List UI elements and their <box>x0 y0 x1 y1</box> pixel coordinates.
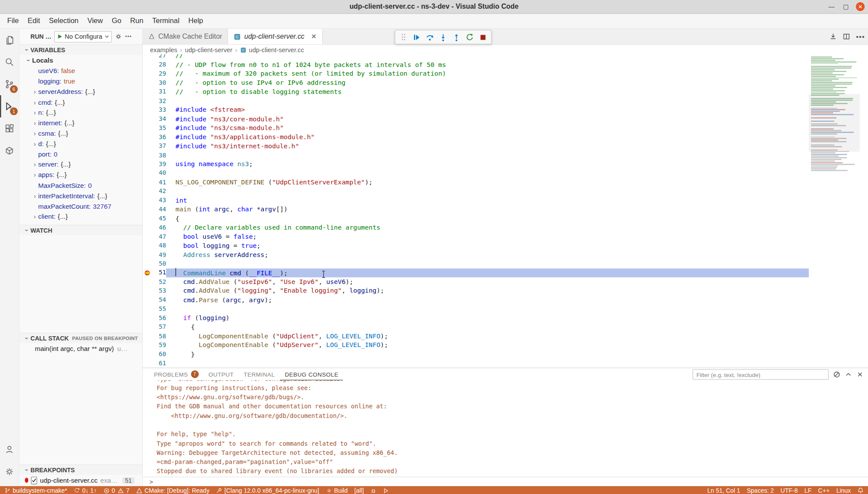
indentation-item[interactable]: Spaces: 2 <box>747 487 774 494</box>
settings-gear-icon[interactable] <box>114 33 122 40</box>
line-number[interactable]: 41 <box>152 179 166 186</box>
line-number[interactable]: 51 <box>152 269 166 277</box>
code-line[interactable]: 30// - option to use IPv4 or IPv6 addres… <box>143 78 808 87</box>
variable-row[interactable]: ›client:{...} <box>20 211 143 222</box>
code-line[interactable]: 47 bool useV6 = false; <box>143 232 808 241</box>
code-line[interactable]: 38 <box>143 150 808 160</box>
line-number[interactable]: 57 <box>152 324 166 331</box>
encoding-item[interactable]: UTF-8 <box>781 487 798 494</box>
build-button[interactable]: Build <box>326 487 347 494</box>
line-number[interactable]: 28 <box>152 61 166 68</box>
more-actions-icon[interactable]: ⋯ <box>856 31 865 42</box>
breakpoint-checkbox[interactable] <box>31 476 37 484</box>
code-line[interactable]: 50 <box>143 259 808 268</box>
stack-frame-row[interactable]: main(int argc, char ** argv) u… <box>20 343 143 354</box>
code-line[interactable]: 54 cmd.Parse (argc, argv); <box>143 295 808 304</box>
close-panel-icon[interactable] <box>856 371 864 378</box>
line-number[interactable]: 40 <box>152 170 166 177</box>
tab-cmake-cache-editor[interactable]: CMake Cache Editor <box>143 29 228 44</box>
launch-target-icon[interactable] <box>383 487 389 494</box>
notifications-bell-icon[interactable] <box>858 487 864 494</box>
breadcrumb-item[interactable]: udp-client-server <box>185 47 232 53</box>
tab-output[interactable]: OUTPUT <box>204 368 238 381</box>
line-number[interactable]: 32 <box>152 97 166 105</box>
line-number[interactable]: 35 <box>152 124 166 132</box>
explorer-icon[interactable] <box>0 29 19 51</box>
source-control-icon[interactable]: 6 <box>0 73 19 95</box>
code-line[interactable]: 48 bool logging = true; <box>143 241 808 250</box>
code-line[interactable]: 59 LogComponentEnable ("UdpServer", LOG_… <box>143 340 808 350</box>
continue-icon[interactable] <box>411 31 423 43</box>
code-line[interactable]: 51 CommandLine cmd (__FILE__); <box>143 268 808 277</box>
minimap[interactable] <box>809 54 860 368</box>
problems-item[interactable]: 0 7 <box>103 487 130 494</box>
variable-row[interactable]: ›d:{...} <box>20 139 143 149</box>
line-number[interactable]: 42 <box>152 188 166 195</box>
locals-scope-row[interactable]: › Locals <box>20 55 143 66</box>
variable-row[interactable]: ›interPacketInterval:{...} <box>20 190 143 201</box>
line-number[interactable]: 54 <box>152 296 166 304</box>
line-number[interactable]: 34 <box>152 115 166 123</box>
variable-row[interactable]: ›server:{...} <box>20 160 143 170</box>
code-line[interactable]: 34#include "ns3/core-module.h" <box>143 114 808 124</box>
line-number[interactable]: 38 <box>152 152 166 159</box>
download-icon[interactable] <box>829 33 837 40</box>
code-line[interactable]: 27// <box>143 54 808 60</box>
code-line[interactable]: 29// - maximum of 320 packets sent (or l… <box>143 69 808 78</box>
line-number[interactable]: 39 <box>152 160 166 168</box>
maximize-panel-icon[interactable] <box>845 371 852 378</box>
restart-icon[interactable] <box>464 31 476 43</box>
line-number[interactable]: 49 <box>152 251 166 258</box>
line-number[interactable]: 37 <box>152 143 166 150</box>
code-line[interactable]: 35#include "ns3/csma-module.h" <box>143 124 808 133</box>
line-number[interactable]: 50 <box>152 260 166 267</box>
breadcrumb-item[interactable]: udp-client-server.cc <box>249 47 304 53</box>
line-number[interactable]: 52 <box>152 278 166 286</box>
run-debug-icon[interactable]: 1 <box>0 95 19 117</box>
accounts-icon[interactable] <box>0 438 19 461</box>
line-number[interactable]: 36 <box>152 134 166 141</box>
console-input-row[interactable]: > <box>143 477 868 486</box>
code-line[interactable]: 28// - UDP flow from n0 to n1 of 1024 by… <box>143 60 808 69</box>
line-number[interactable]: 31 <box>152 88 166 96</box>
minimize-button[interactable]: — <box>827 2 836 11</box>
code-line[interactable]: 60 } <box>143 350 808 359</box>
variable-row[interactable]: port:0 <box>20 149 143 160</box>
code-editor[interactable]: 27//28// - UDP flow from n0 to n1 of 102… <box>143 54 868 368</box>
tab-debug-console[interactable]: DEBUG CONSOLE <box>280 368 343 381</box>
line-number[interactable]: 46 <box>152 224 166 231</box>
code-line[interactable]: 39using namespace ns3; <box>143 160 808 169</box>
execution-pointer-icon[interactable] <box>143 270 151 276</box>
step-over-icon[interactable] <box>424 31 436 43</box>
maximize-button[interactable]: ▢ <box>841 2 850 11</box>
line-number[interactable]: 30 <box>152 79 166 87</box>
breakpoint-row[interactable]: udp-client-server.cc exampl… 51 <box>20 475 143 485</box>
line-number[interactable]: 43 <box>152 197 166 204</box>
menu-go[interactable]: Go <box>107 14 126 28</box>
code-line[interactable]: 31// - option to disable logging stateme… <box>143 87 808 97</box>
line-number[interactable]: 60 <box>152 350 166 358</box>
extensions-icon[interactable] <box>0 117 19 140</box>
line-number[interactable]: 53 <box>152 287 166 295</box>
variable-row[interactable]: ›apps:{...} <box>20 170 143 180</box>
os-item[interactable]: Linux <box>836 487 851 494</box>
console-filter-input[interactable] <box>693 369 829 380</box>
line-number[interactable]: 29 <box>152 70 166 77</box>
menu-view[interactable]: View <box>83 14 107 28</box>
code-line[interactable]: 52 cmd.AddValue ("useIpv6", "Use Ipv6", … <box>143 277 808 287</box>
line-number[interactable]: 56 <box>152 314 166 322</box>
variables-section-header[interactable]: › VARIABLES <box>20 44 143 55</box>
tab-udp-client-server[interactable]: C udp-client-server.cc ✕ <box>228 29 323 44</box>
debug-target-icon[interactable] <box>371 487 377 494</box>
call-stack-section-header[interactable]: › CALL STACK PAUSED ON BREAKPOINT <box>20 333 143 343</box>
variable-row[interactable]: ›serverAddress:{...} <box>20 87 143 97</box>
tab-terminal[interactable]: TERMINAL <box>239 368 279 381</box>
close-icon[interactable]: ✕ <box>311 33 317 40</box>
code-line[interactable]: 44main (int argc, char *argv[]) <box>143 205 808 214</box>
code-line[interactable]: 46 // Declare variables used in command-… <box>143 223 808 232</box>
code-line[interactable]: 36#include "ns3/applications-module.h" <box>143 133 808 142</box>
minimap-slider[interactable] <box>809 94 860 151</box>
variable-row[interactable]: ›cmd:{...} <box>20 97 143 107</box>
menu-help[interactable]: Help <box>184 14 207 28</box>
line-number[interactable]: 33 <box>152 106 166 113</box>
